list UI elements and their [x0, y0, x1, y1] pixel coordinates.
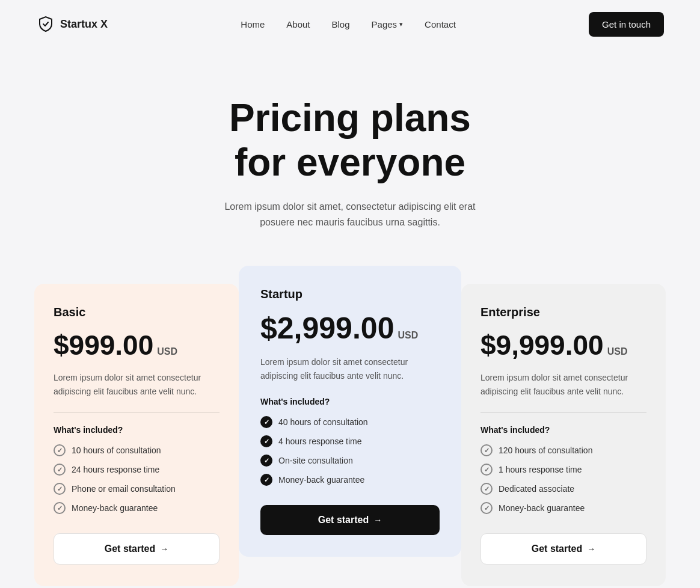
- list-item: ✓ Money-back guarantee: [260, 474, 440, 486]
- logo[interactable]: Startux X: [36, 14, 108, 34]
- nav-link-blog[interactable]: Blog: [332, 19, 350, 29]
- check-icon: ✓: [480, 483, 493, 495]
- price-row-basic: $999.00 USD: [54, 329, 220, 361]
- plan-name-enterprise: Enterprise: [480, 305, 646, 319]
- list-item: ✓ Money-back guarantee: [480, 502, 646, 514]
- plan-name-startup: Startup: [260, 287, 440, 301]
- divider-basic: [54, 412, 220, 413]
- pricing-section: Basic $999.00 USD Lorem ipsum dolor sit …: [0, 266, 700, 588]
- list-item: ✓ 40 hours of consultation: [260, 416, 440, 428]
- hero-subtitle: Lorem ipsum dolor sit amet, consectetur …: [224, 199, 476, 230]
- hero-title: Pricing plans for everyone: [12, 96, 688, 185]
- feature-list-startup: ✓ 40 hours of consultation ✓ 4 hours res…: [260, 416, 440, 486]
- check-icon: ✓: [260, 435, 272, 447]
- check-icon: ✓: [480, 464, 493, 476]
- nav-link-about[interactable]: About: [286, 19, 310, 29]
- feature-list-enterprise: ✓ 120 hours of consultation ✓ 1 hours re…: [480, 444, 646, 514]
- check-icon: ✓: [54, 444, 66, 456]
- list-item: ✓ 4 hours response time: [260, 435, 440, 447]
- check-icon: ✓: [480, 502, 493, 514]
- check-icon: ✓: [480, 444, 493, 456]
- nav-link-pages[interactable]: Pages ▾: [372, 19, 404, 29]
- price-amount-basic: $999.00: [54, 329, 153, 361]
- included-label-startup: What's included?: [260, 397, 440, 406]
- price-row-startup: $2,999.00 USD: [260, 311, 440, 346]
- included-label-enterprise: What's included?: [480, 425, 646, 435]
- plan-name-basic: Basic: [54, 305, 220, 319]
- check-icon: ✓: [260, 474, 272, 486]
- plan-card-startup: Startup $2,999.00 USD Lorem ipsum dolor …: [239, 266, 461, 557]
- price-currency-enterprise: USD: [607, 346, 628, 357]
- check-icon: ✓: [54, 464, 66, 476]
- list-item: ✓ Money-back guarantee: [54, 502, 220, 514]
- arrow-icon: →: [373, 515, 382, 525]
- divider-enterprise: [480, 412, 646, 413]
- check-icon: ✓: [260, 416, 272, 428]
- get-started-button-basic[interactable]: Get started →: [54, 533, 220, 565]
- list-item: ✓ 1 hours response time: [480, 464, 646, 476]
- logo-text: Startux X: [60, 18, 108, 31]
- hero-section: Pricing plans for everyone Lorem ipsum d…: [0, 48, 700, 266]
- plan-card-enterprise: Enterprise $9,999.00 USD Lorem ipsum dol…: [461, 284, 666, 586]
- check-icon: ✓: [54, 502, 66, 514]
- plan-desc-startup: Lorem ipsum dolor sit amet consectetur a…: [260, 355, 440, 382]
- logo-icon: [36, 14, 55, 34]
- get-in-touch-button[interactable]: Get in touch: [589, 12, 664, 37]
- price-amount-enterprise: $9,999.00: [480, 329, 604, 361]
- feature-list-basic: ✓ 10 hours of consultation ✓ 24 hours re…: [54, 444, 220, 514]
- navbar: Startux X Home About Blog Pages ▾ Contac…: [0, 0, 700, 48]
- get-started-button-enterprise[interactable]: Get started →: [480, 533, 646, 565]
- price-amount-startup: $2,999.00: [260, 311, 394, 346]
- nav-link-home[interactable]: Home: [241, 19, 265, 29]
- price-currency-startup: USD: [398, 330, 418, 341]
- nav-links: Home About Blog Pages ▾ Contact: [241, 19, 456, 29]
- plan-desc-basic: Lorem ipsum dolor sit amet consectetur a…: [54, 371, 220, 398]
- get-started-button-startup[interactable]: Get started →: [260, 505, 440, 535]
- chevron-down-icon: ▾: [399, 20, 403, 28]
- list-item: ✓ 10 hours of consultation: [54, 444, 220, 456]
- arrow-icon: →: [160, 544, 168, 554]
- check-icon: ✓: [54, 483, 66, 495]
- arrow-icon: →: [587, 544, 595, 554]
- price-currency-basic: USD: [157, 346, 177, 357]
- list-item: ✓ 24 hours response time: [54, 464, 220, 476]
- plan-card-basic: Basic $999.00 USD Lorem ipsum dolor sit …: [34, 284, 239, 586]
- price-row-enterprise: $9,999.00 USD: [480, 329, 646, 361]
- check-icon: ✓: [260, 455, 272, 467]
- included-label-basic: What's included?: [54, 425, 220, 435]
- list-item: ✓ Dedicated associate: [480, 483, 646, 495]
- list-item: ✓ Phone or email consultation: [54, 483, 220, 495]
- nav-link-contact[interactable]: Contact: [425, 19, 456, 29]
- list-item: ✓ On-site consultation: [260, 455, 440, 467]
- plan-desc-enterprise: Lorem ipsum dolor sit amet consectetur a…: [480, 371, 646, 398]
- list-item: ✓ 120 hours of consultation: [480, 444, 646, 456]
